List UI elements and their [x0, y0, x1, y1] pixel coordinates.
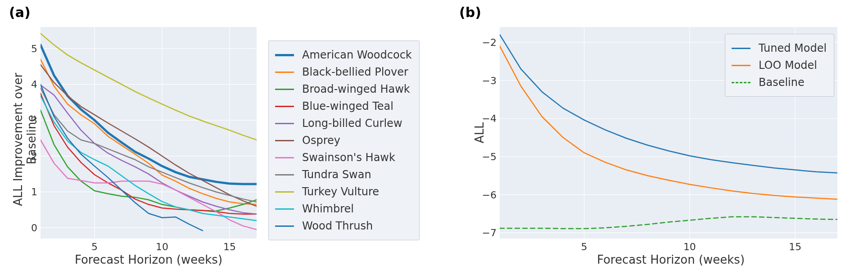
x-tick-label: 5 — [581, 241, 588, 252]
legend-swatch — [275, 157, 294, 158]
legend-swatch — [275, 191, 294, 193]
y-tick-label: 4 — [20, 79, 37, 90]
legend-item: Osprey — [275, 132, 412, 149]
legend-item: Broad-winged Hawk — [275, 81, 412, 98]
series-line — [500, 217, 837, 229]
legend-item: Blue-winged Teal — [275, 98, 412, 115]
legend-label: Broad-winged Hawk — [302, 83, 410, 95]
legend-label: Blue-winged Teal — [302, 100, 393, 112]
legend-label: Tuned Model — [759, 42, 827, 54]
plot-a-legend: American WoodcockBlack-bellied PloverBro… — [268, 40, 420, 240]
series-line — [41, 93, 257, 214]
legend-swatch — [275, 225, 294, 227]
legend-item: Swainson's Hawk — [275, 149, 412, 166]
legend-item: Baseline — [732, 74, 827, 91]
plot-svg — [41, 27, 257, 238]
legend-swatch — [732, 48, 750, 49]
legend-swatch — [275, 123, 294, 124]
series-line — [41, 85, 257, 214]
series-line — [41, 84, 203, 230]
y-tick-label: −6 — [479, 189, 497, 200]
series-line — [41, 110, 257, 211]
legend-swatch — [732, 82, 750, 83]
legend-label: Black-bellied Plover — [302, 66, 408, 78]
y-tick-label: −3 — [479, 75, 497, 86]
legend-swatch — [275, 72, 294, 73]
legend-item: Wood Thrush — [275, 217, 412, 234]
legend-label: LOO Model — [759, 59, 817, 72]
y-tick-label: 3 — [20, 115, 37, 126]
legend-item: LOO Model — [732, 57, 827, 74]
panel-a-label: (a) — [9, 4, 31, 20]
y-tick-label: −5 — [479, 151, 497, 162]
legend-label: Baseline — [759, 76, 805, 89]
legend-swatch — [275, 89, 294, 90]
legend-label: Long-billed Curlew — [302, 117, 402, 130]
series-line — [41, 33, 257, 140]
x-tick-label: 5 — [91, 241, 98, 252]
legend-label: Osprey — [302, 134, 340, 147]
plot-a-xlabel: Forecast Horizon (weeks) — [68, 253, 230, 266]
figure: (a) Forecast Horizon (weeks) ALL Improve… — [0, 0, 868, 279]
legend-label: Whimbrel — [302, 202, 354, 215]
legend-swatch — [275, 208, 294, 210]
y-tick-label: 0 — [20, 222, 37, 234]
legend-item: Tundra Swan — [275, 166, 412, 183]
y-tick-label: −7 — [479, 227, 497, 238]
legend-item: American Woodcock — [275, 46, 412, 63]
x-tick-label: 10 — [683, 241, 696, 252]
legend-item: Tuned Model — [732, 40, 827, 57]
x-tick-label: 10 — [156, 241, 168, 252]
legend-swatch — [275, 140, 294, 141]
y-tick-label: 2 — [20, 150, 37, 162]
plot-b-xlabel: Forecast Horizon (weeks) — [581, 253, 761, 266]
x-tick-label: 15 — [789, 241, 801, 252]
legend-item: Long-billed Curlew — [275, 115, 412, 132]
panel-b-label: (b) — [459, 4, 481, 20]
legend-item: Whimbrel — [275, 200, 412, 217]
legend-item: Black-bellied Plover — [275, 63, 412, 81]
x-tick-label: 15 — [223, 241, 236, 252]
y-tick-label: 5 — [20, 43, 37, 54]
legend-label: Turkey Vulture — [302, 185, 379, 198]
y-tick-label: −2 — [479, 36, 497, 48]
legend-label: Tundra Swan — [302, 168, 371, 181]
plot-a-ylabel: ALL Improvement over Baseline — [11, 50, 38, 230]
legend-swatch — [275, 106, 294, 107]
legend-swatch — [732, 65, 750, 66]
y-tick-label: −4 — [479, 113, 497, 124]
legend-item: Turkey Vulture — [275, 183, 412, 200]
y-tick-label: 1 — [20, 186, 37, 198]
legend-swatch — [275, 174, 294, 176]
legend-label: American Woodcock — [302, 49, 412, 61]
plot-a-area — [41, 27, 257, 238]
legend-label: Swainson's Hawk — [302, 151, 395, 164]
legend-swatch — [275, 54, 294, 56]
series-line — [41, 65, 257, 207]
plot-b-legend: Tuned ModelLOO ModelBaseline — [725, 34, 834, 97]
legend-label: Wood Thrush — [302, 220, 373, 232]
